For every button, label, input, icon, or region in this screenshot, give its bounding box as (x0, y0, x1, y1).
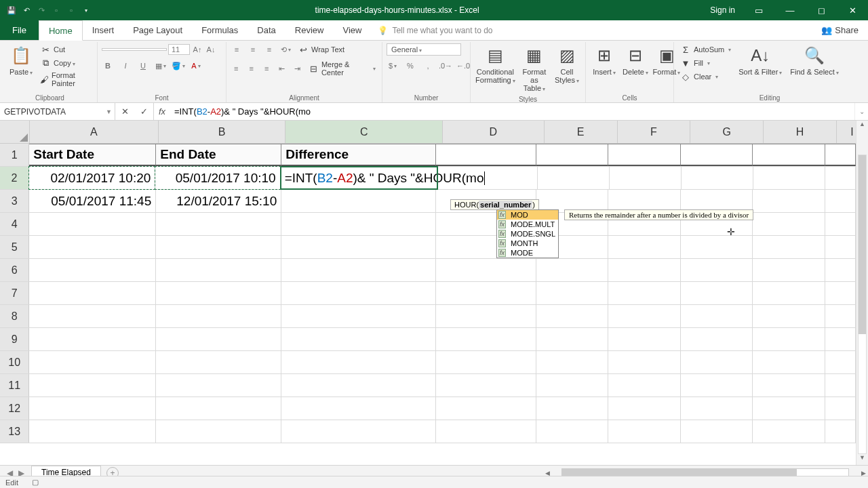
ribbon-display-icon[interactable]: ▭ (743, 0, 774, 20)
cell[interactable] (436, 305, 536, 327)
cell[interactable] (681, 282, 753, 304)
autocomplete-item[interactable]: MONTH (497, 239, 558, 248)
align-middle-icon[interactable]: ≡ (247, 43, 259, 56)
cell[interactable] (608, 305, 680, 327)
row-header[interactable]: 8 (0, 305, 29, 327)
cell[interactable] (681, 328, 753, 350)
cell[interactable] (536, 305, 608, 327)
cell[interactable] (156, 351, 281, 373)
vertical-scrollbar[interactable]: ▲ ▼ (856, 121, 868, 465)
merge-center-button[interactable]: ⊟Merge & Center (307, 60, 378, 77)
cell[interactable] (29, 236, 156, 258)
italic-button[interactable]: I (119, 60, 132, 72)
cell[interactable] (825, 397, 856, 420)
row-header[interactable]: 9 (0, 328, 29, 350)
cell[interactable] (156, 328, 281, 350)
cell[interactable] (29, 213, 156, 235)
conditional-formatting-button[interactable]: ▤Conditional Formatting (475, 43, 516, 86)
cell[interactable] (281, 328, 436, 350)
find-select-button[interactable]: 🔍Find & Select (787, 43, 841, 78)
cell[interactable] (436, 351, 536, 373)
col-header[interactable]: E (545, 121, 618, 143)
tab-data[interactable]: Data (248, 20, 285, 40)
row-header[interactable]: 10 (0, 351, 29, 373)
tell-me-search[interactable]: Tell me what you want to do (378, 20, 492, 40)
font-color-button[interactable]: A (190, 60, 202, 72)
cell[interactable] (281, 305, 436, 327)
col-header[interactable]: F (618, 121, 691, 143)
autocomplete-item[interactable]: MODE.SNGL (497, 229, 558, 239)
cell[interactable] (825, 420, 856, 443)
cell[interactable]: 05/01/2017 11:45 (29, 190, 156, 212)
cell[interactable] (825, 167, 856, 189)
align-top-icon[interactable]: ≡ (231, 43, 243, 56)
cell[interactable] (29, 259, 156, 281)
cell[interactable] (753, 236, 825, 258)
maximize-button[interactable]: ◻ (806, 0, 837, 20)
cell[interactable] (29, 305, 156, 327)
cell[interactable] (436, 328, 536, 350)
cell[interactable] (825, 374, 856, 396)
cell[interactable] (610, 167, 682, 189)
formula-input[interactable]: =INT(B2-A2)& " Days "&HOUR(mo (170, 103, 854, 120)
cell[interactable] (281, 351, 436, 373)
row-header[interactable]: 4 (0, 213, 29, 235)
cell[interactable] (681, 374, 753, 396)
format-painter-button[interactable]: 🖌Format Painter (38, 70, 93, 88)
border-button[interactable]: ▦ (155, 60, 167, 72)
cell[interactable] (436, 420, 536, 443)
cell[interactable] (156, 397, 281, 420)
cell[interactable] (281, 213, 436, 235)
cell[interactable] (825, 190, 856, 212)
cell[interactable] (536, 328, 608, 350)
col-header[interactable]: D (443, 121, 545, 143)
cell[interactable] (29, 282, 156, 304)
cell[interactable] (753, 328, 825, 350)
indent-decrease-icon[interactable]: ⇤ (276, 62, 287, 75)
cell[interactable] (536, 374, 608, 396)
paste-button[interactable]: 📋Paste (7, 43, 35, 77)
save-icon[interactable]: 💾 (5, 4, 18, 16)
delete-cells-button[interactable]: ⊟Delete (621, 43, 650, 77)
cell[interactable] (825, 305, 856, 327)
cell[interactable] (608, 259, 680, 281)
fx-icon[interactable]: fx (154, 103, 170, 120)
cell[interactable] (536, 397, 608, 420)
share-button[interactable]: 👥Share (812, 20, 868, 40)
increase-font-icon[interactable]: A↑ (191, 43, 203, 56)
cell[interactable] (682, 167, 753, 189)
tab-file[interactable]: File (0, 20, 39, 40)
qat-customize-icon[interactable]: ▾ (80, 4, 92, 16)
cell[interactable] (29, 397, 156, 420)
tab-view[interactable]: View (333, 20, 371, 40)
cell[interactable] (29, 351, 156, 373)
cell[interactable] (608, 328, 680, 350)
scroll-right-icon[interactable]: ▶ (859, 470, 868, 476)
cell-editing[interactable]: =INT(B2-A2)& " Days "&HOUR(mo (281, 167, 438, 189)
align-right-icon[interactable]: ≡ (261, 62, 272, 75)
cell[interactable] (681, 144, 753, 166)
cell[interactable] (681, 259, 753, 281)
name-box[interactable]: GETPIVOTDATA▼ (0, 103, 115, 120)
cell[interactable] (29, 328, 156, 350)
cell[interactable] (29, 420, 156, 443)
tab-formulas[interactable]: Formulas (192, 20, 248, 40)
formula-autocomplete-list[interactable]: MOD MODE.MULT MODE.SNGL MONTH MODE (496, 209, 559, 258)
comma-button[interactable]: , (422, 60, 434, 72)
cell[interactable] (281, 259, 436, 281)
col-header[interactable]: H (764, 121, 837, 143)
wrap-text-button[interactable]: ↩Wrap Text (296, 43, 347, 56)
cell[interactable] (753, 213, 825, 235)
cell[interactable] (281, 397, 436, 420)
cell[interactable] (825, 236, 856, 258)
cell[interactable] (681, 305, 753, 327)
cell[interactable] (825, 144, 856, 166)
cell[interactable] (681, 397, 753, 420)
cell[interactable]: 02/01/2017 10:20 (29, 167, 155, 189)
cell[interactable] (536, 282, 608, 304)
scroll-left-icon[interactable]: ◀ (542, 470, 552, 476)
align-center-icon[interactable]: ≡ (245, 62, 256, 75)
cell[interactable] (156, 236, 281, 258)
cell[interactable] (681, 236, 753, 258)
cell[interactable] (538, 167, 610, 189)
